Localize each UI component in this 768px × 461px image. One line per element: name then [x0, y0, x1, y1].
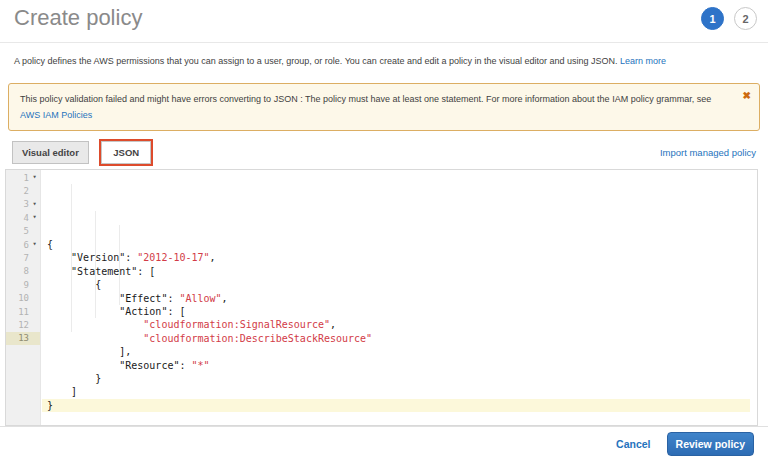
review-policy-button[interactable]: Review policy	[667, 432, 754, 456]
intro-text-body: A policy defines the AWS permissions tha…	[14, 56, 618, 66]
action-footer: Cancel Review policy	[0, 426, 768, 461]
code-line[interactable]: "Version": "2012-10-17",	[47, 251, 757, 264]
intro-text: A policy defines the AWS permissions tha…	[14, 55, 754, 67]
json-policy-editor[interactable]: 1▾23▾4▾56▾78910111213 { "Version": "2012…	[5, 169, 758, 426]
tab-json[interactable]: JSON	[101, 141, 151, 164]
validation-alert-banner: This policy validation failed and might …	[8, 83, 760, 131]
code-line[interactable]: "Action": [	[47, 305, 757, 318]
tab-visual-editor[interactable]: Visual editor	[12, 141, 89, 164]
code-line[interactable]: "cloudformation:SignalResource",	[47, 318, 757, 331]
learn-more-link[interactable]: Learn more	[620, 56, 666, 66]
header-divider	[0, 42, 768, 43]
code-line[interactable]: "Resource": "*"	[47, 359, 757, 372]
fold-caret-icon[interactable]: ▾	[29, 174, 40, 181]
code-line[interactable]: {	[47, 238, 757, 251]
line-number[interactable]: 11	[6, 305, 40, 318]
line-number[interactable]: 12	[6, 318, 40, 331]
fold-caret-icon[interactable]: ▾	[29, 214, 40, 221]
code-line[interactable]: "cloudformation:DescribeStackResource"	[47, 332, 757, 345]
line-number[interactable]: 10	[6, 292, 40, 305]
alert-message: This policy validation failed and might …	[20, 94, 711, 104]
import-managed-policy-link[interactable]: Import managed policy	[660, 147, 756, 158]
step-circle-1[interactable]: 1	[701, 7, 724, 30]
line-number[interactable]: 1▾	[6, 171, 40, 184]
line-number[interactable]: 4▾	[6, 211, 40, 224]
wizard-step-indicator: 12	[701, 7, 757, 30]
code-line[interactable]: }	[42, 399, 750, 412]
line-number[interactable]: 7	[6, 251, 40, 264]
alert-policy-grammar-link[interactable]: AWS IAM Policies	[20, 110, 92, 120]
editor-gutter: 1▾23▾4▾56▾78910111213	[6, 170, 41, 425]
code-line[interactable]: {	[47, 278, 757, 291]
line-number[interactable]: 13	[6, 332, 40, 345]
page-title: Create policy	[14, 5, 142, 31]
code-line[interactable]: ],	[47, 345, 757, 358]
line-number[interactable]: 5	[6, 225, 40, 238]
code-line[interactable]: }	[47, 372, 757, 385]
code-line[interactable]: "Statement": [	[47, 265, 757, 278]
line-number[interactable]: 6▾	[6, 238, 40, 251]
line-number[interactable]: 9	[6, 278, 40, 291]
line-number[interactable]: 2	[6, 184, 40, 197]
editor-tabs: Visual editor JSON Import managed policy	[12, 141, 756, 167]
code-line[interactable]: ]	[47, 385, 757, 398]
fold-caret-icon[interactable]: ▾	[29, 241, 40, 248]
code-line[interactable]: "Effect": "Allow",	[47, 292, 757, 305]
cancel-button[interactable]: Cancel	[616, 438, 650, 450]
close-icon[interactable]: ✖	[743, 88, 751, 104]
editor-code[interactable]: { "Version": "2012-10-17", "Statement": …	[42, 170, 757, 425]
line-number[interactable]: 8	[6, 265, 40, 278]
line-number[interactable]: 3▾	[6, 198, 40, 211]
fold-caret-icon[interactable]: ▾	[29, 201, 40, 208]
step-circle-2[interactable]: 2	[734, 7, 757, 30]
